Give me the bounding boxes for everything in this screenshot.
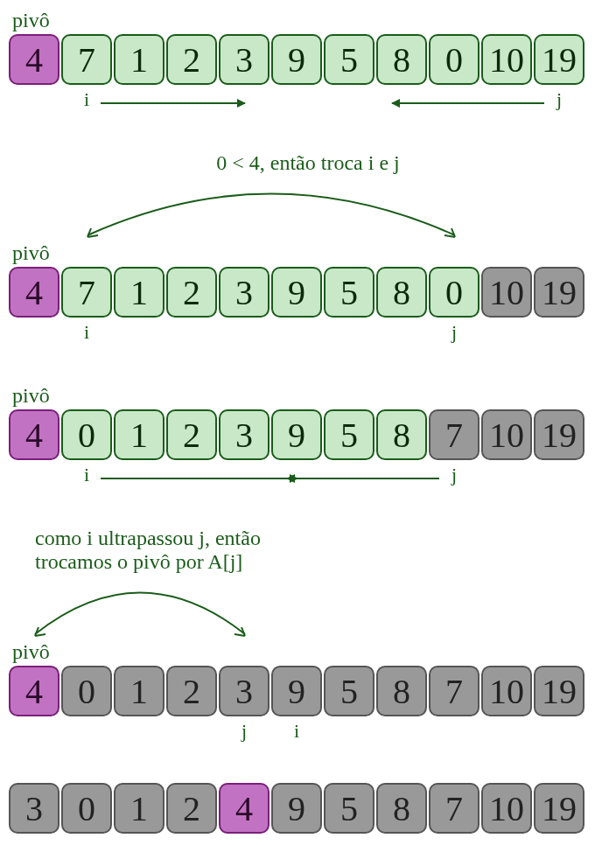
quicksort-diagram: pivô4712395801019ij0 < 4, então troca i … — [9, 9, 607, 834]
cell: 10 — [481, 783, 532, 834]
cell: 10 — [481, 267, 532, 318]
step-4: 3012495871019 — [9, 783, 607, 834]
cell: 8 — [376, 267, 427, 318]
cell: 2 — [166, 267, 217, 318]
cell: 19 — [534, 666, 584, 716]
annotation: trocamos o pivô por A[j] — [9, 550, 607, 574]
cell: 5 — [324, 267, 374, 318]
j-marker: j — [429, 464, 480, 486]
pivot-label: pivô — [9, 241, 607, 265]
pivot-label: pivô — [9, 9, 607, 32]
array-row: 4012395871019 — [9, 409, 607, 460]
cell: 10 — [481, 34, 532, 85]
cell: 3 — [219, 34, 270, 85]
step-2: pivô4012395871019ij — [9, 384, 607, 492]
cell: 10 — [481, 666, 532, 716]
index-markers: ij — [9, 88, 607, 116]
cell: 4 — [219, 783, 270, 834]
swap-arc — [9, 577, 607, 639]
cell: 8 — [376, 409, 427, 460]
cell: 3 — [9, 783, 60, 834]
cell: 7 — [61, 34, 112, 85]
step-1: 0 < 4, então troca i e jpivô471239580101… — [9, 151, 607, 349]
array-row: 4012395871019 — [9, 666, 607, 716]
i-marker: i — [61, 321, 112, 344]
cell: 2 — [166, 409, 217, 460]
cell: 1 — [114, 267, 164, 318]
cell: 5 — [324, 783, 374, 834]
i-marker: i — [61, 464, 112, 486]
cell: 1 — [114, 409, 164, 460]
cell: 4 — [9, 409, 60, 460]
cell: 0 — [61, 783, 112, 834]
cell: 4 — [9, 267, 60, 318]
cell: 3 — [219, 267, 270, 318]
cell: 5 — [324, 34, 374, 85]
cell: 2 — [166, 34, 217, 85]
array-row: 4712395801019 — [9, 267, 607, 318]
cell: 5 — [324, 409, 374, 460]
cell: 7 — [429, 666, 480, 716]
cell: 7 — [61, 267, 112, 318]
cell: 2 — [166, 783, 217, 834]
i-marker: i — [271, 720, 322, 743]
j-arrow — [392, 102, 544, 104]
cell: 7 — [429, 783, 480, 834]
cell: 8 — [376, 783, 427, 834]
i-marker: i — [61, 88, 112, 111]
cell: 3 — [219, 666, 270, 716]
index-markers: ij — [9, 321, 607, 349]
cell: 1 — [114, 34, 164, 85]
cell: 1 — [114, 783, 164, 834]
cell: 9 — [271, 34, 322, 85]
annotation: como i ultrapassou j, então — [9, 527, 607, 550]
cell: 4 — [9, 666, 60, 716]
cell: 9 — [271, 409, 322, 460]
j-arrow — [287, 478, 439, 479]
cell: 8 — [376, 34, 427, 85]
step-3: como i ultrapassou j, entãotrocamos o pi… — [9, 527, 607, 748]
step-0: pivô4712395801019ij — [9, 9, 607, 116]
cell: 0 — [429, 34, 480, 85]
cell: 19 — [534, 34, 584, 85]
cell: 2 — [166, 666, 217, 716]
pivot-label: pivô — [9, 640, 607, 664]
cell: 9 — [271, 783, 322, 834]
cell: 7 — [429, 409, 480, 460]
i-arrow — [101, 478, 298, 479]
cell: 5 — [324, 666, 374, 716]
cell: 0 — [429, 267, 480, 318]
cell: 19 — [534, 409, 584, 460]
annotation: 0 < 4, então troca i e j — [9, 151, 607, 175]
j-marker: j — [429, 321, 480, 344]
cell: 4 — [9, 34, 60, 85]
array-row: 4712395801019 — [9, 34, 607, 85]
cell: 19 — [534, 783, 584, 834]
cell: 9 — [271, 267, 322, 318]
index-markers: ij — [9, 720, 607, 748]
j-marker: j — [534, 88, 584, 111]
cell: 0 — [61, 409, 112, 460]
i-arrow — [101, 102, 245, 104]
cell: 10 — [481, 409, 532, 460]
swap-arc — [9, 178, 607, 240]
cell: 0 — [61, 666, 112, 716]
pivot-label: pivô — [9, 384, 607, 408]
j-marker: j — [219, 720, 270, 743]
cell: 1 — [114, 666, 164, 716]
cell: 3 — [219, 409, 270, 460]
cell: 9 — [271, 666, 322, 716]
array-row: 3012495871019 — [9, 783, 607, 834]
cell: 19 — [534, 267, 584, 318]
cell: 8 — [376, 666, 427, 716]
index-markers: ij — [9, 464, 607, 492]
